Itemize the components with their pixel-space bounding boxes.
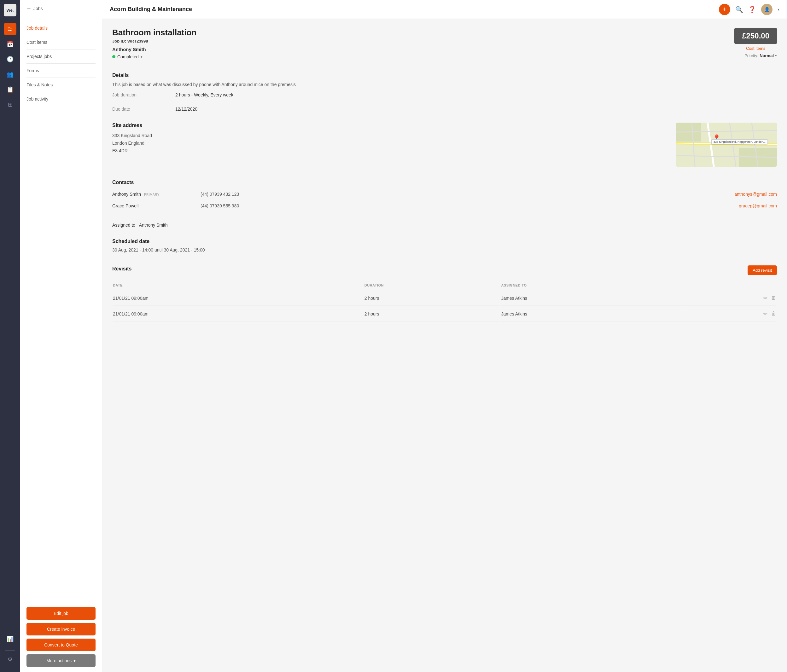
delete-revisit-icon-1[interactable]: 🗑 bbox=[771, 311, 776, 317]
nav-icon-clock[interactable]: 🕐 bbox=[4, 53, 16, 66]
revisit-duration-1: 2 hours bbox=[365, 306, 501, 322]
revisits-section: Revisits Add revisit DATE DURATION ASSIG… bbox=[112, 259, 777, 328]
edit-revisit-icon-1[interactable]: ✏ bbox=[763, 311, 768, 317]
assigned-row: Assigned to Anthony Smith bbox=[112, 218, 777, 232]
sidebar-header: ← Jobs bbox=[20, 0, 102, 17]
revisit-date-0: 21/01/21 09:00am bbox=[113, 290, 364, 306]
address-text: 333 Kingsland Road London England E8 4DR bbox=[112, 132, 668, 155]
address-line2: London England bbox=[112, 140, 668, 147]
add-revisit-button[interactable]: Add revisit bbox=[747, 265, 777, 275]
sidebar-item-forms[interactable]: Forms bbox=[20, 65, 102, 76]
details-title: Details bbox=[112, 73, 777, 78]
contact-email-1[interactable]: gracep@gmail.com bbox=[739, 203, 777, 208]
sidebar-item-projects-jobs[interactable]: Projects jobs bbox=[20, 51, 102, 62]
nav-icon-document[interactable]: 📋 bbox=[4, 83, 16, 96]
scheduled-text: 30 Aug, 2021 - 14:00 until 30 Aug, 2021 … bbox=[112, 248, 777, 252]
address-line3: E8 4DR bbox=[112, 147, 668, 155]
due-date-label: Due date bbox=[112, 107, 175, 112]
priority-row: Priority: Normal ▾ bbox=[734, 53, 777, 58]
revisit-action-group-0: ✏ 🗑 bbox=[685, 295, 776, 301]
contact-name-label-0: Anthony Smith bbox=[112, 192, 141, 197]
sidebar: ← Jobs Job details Cost items Projects j… bbox=[20, 0, 102, 672]
map-roads-svg bbox=[676, 123, 777, 167]
revisit-date-1: 21/01/21 09:00am bbox=[113, 306, 364, 322]
help-icon[interactable]: ❓ bbox=[748, 6, 756, 13]
sidebar-nav: Job details Cost items Projects jobs For… bbox=[20, 17, 102, 602]
back-label: Jobs bbox=[33, 6, 43, 11]
sidebar-item-cost-items[interactable]: Cost items bbox=[20, 36, 102, 48]
revisit-actions-1: ✏ 🗑 bbox=[685, 306, 776, 322]
sidebar-item-job-activity[interactable]: Job activity bbox=[20, 93, 102, 105]
revisits-table-header: DATE DURATION ASSIGNED TO bbox=[113, 281, 776, 290]
job-title-block: Bathroom installation Job ID: WRT23998 A… bbox=[112, 28, 196, 60]
avatar-chevron-icon[interactable]: ▾ bbox=[778, 7, 779, 12]
nav-divider-1 bbox=[27, 35, 96, 35]
revisit-assigned-0: James Atkins bbox=[501, 290, 684, 306]
priority-chevron-icon[interactable]: ▾ bbox=[775, 54, 777, 58]
nav-divider-3 bbox=[27, 63, 96, 64]
contact-name-label-1: Grace Powell bbox=[112, 203, 138, 208]
sidebar-item-job-details[interactable]: Job details bbox=[20, 22, 102, 34]
content-area: Bathroom installation Job ID: WRT23998 A… bbox=[102, 19, 787, 672]
create-invoice-button[interactable]: Create invoice bbox=[27, 623, 96, 636]
contact-email-0[interactable]: anthonys@gmail.com bbox=[734, 192, 777, 197]
app-logo: We. bbox=[4, 4, 16, 16]
avatar[interactable]: 👤 bbox=[761, 4, 773, 15]
col-duration: DURATION bbox=[365, 281, 501, 290]
nav-divider-4 bbox=[27, 77, 96, 78]
job-duration-label: Job duration bbox=[112, 92, 175, 98]
more-actions-button[interactable]: More actions ▾ bbox=[27, 655, 96, 667]
revisits-table: DATE DURATION ASSIGNED TO 21/01/21 09:00… bbox=[112, 280, 777, 322]
due-date-value: 12/12/2020 bbox=[175, 107, 198, 112]
nav-icon-table[interactable]: ⊞ bbox=[4, 98, 16, 111]
priority-value: Normal bbox=[760, 53, 774, 58]
contact-row-1: Grace Powell (44) 07939 555 980 gracep@g… bbox=[112, 200, 777, 211]
revisit-action-group-1: ✏ 🗑 bbox=[685, 311, 776, 317]
map-popup-label: 333 Kingsland Rd, Haggerston, London... bbox=[711, 139, 768, 144]
job-client: Anthony Smith bbox=[112, 47, 196, 52]
nav-icon-people[interactable]: 👥 bbox=[4, 68, 16, 81]
sidebar-item-files-notes[interactable]: Files & Notes bbox=[20, 79, 102, 90]
site-section: Site address 333 Kingsland Road London E… bbox=[112, 116, 777, 174]
convert-to-quote-button[interactable]: Convert to Quote bbox=[27, 639, 96, 651]
nav-icon-settings[interactable]: ⚙ bbox=[4, 653, 16, 666]
scheduled-start: 30 Aug, 2021 - 14:00 bbox=[112, 248, 153, 252]
edit-revisit-icon-0[interactable]: ✏ bbox=[763, 295, 768, 301]
top-header: Acorn Building & Maintenance + 🔍 ❓ 👤 ▾ bbox=[102, 0, 787, 19]
scheduled-until: until bbox=[155, 248, 164, 252]
priority-label: Priority: bbox=[744, 53, 758, 58]
revisit-assigned-1: James Atkins bbox=[501, 306, 684, 322]
nav-icon-calendar[interactable]: 📅 bbox=[4, 38, 16, 50]
status-badge[interactable]: Completed ▾ bbox=[112, 54, 142, 59]
more-actions-chevron-icon: ▾ bbox=[73, 658, 76, 663]
delete-revisit-icon-0[interactable]: 🗑 bbox=[771, 295, 776, 301]
search-icon[interactable]: 🔍 bbox=[735, 6, 743, 13]
col-actions bbox=[685, 281, 776, 290]
contact-row-0: Anthony Smith PRIMARY (44) 07939 432 123… bbox=[112, 188, 777, 200]
job-duration-value: 2 hours - Weekly, Every week bbox=[175, 92, 233, 98]
contact-phone-0: (44) 07939 432 123 bbox=[201, 192, 734, 197]
back-arrow-icon: ← bbox=[27, 6, 32, 11]
nav-icon-chart[interactable]: 📊 bbox=[4, 633, 16, 645]
contacts-section: Contacts Anthony Smith PRIMARY (44) 0793… bbox=[112, 174, 777, 218]
status-dot-icon bbox=[112, 55, 115, 58]
back-to-jobs-link[interactable]: ← Jobs bbox=[27, 6, 43, 11]
contact-name-0: Anthony Smith PRIMARY bbox=[112, 192, 201, 197]
scheduled-end: 30 Aug, 2021 - 15:00 bbox=[164, 248, 205, 252]
contact-name-1: Grace Powell bbox=[112, 203, 201, 208]
map-placeholder: 📍 333 Kingsland Rd, Haggerston, London..… bbox=[676, 123, 777, 167]
job-duration-row: Job duration 2 hours - Weekly, Every wee… bbox=[112, 88, 777, 102]
add-button[interactable]: + bbox=[719, 4, 730, 15]
company-name: Acorn Building & Maintenance bbox=[110, 6, 719, 13]
revisits-header: Revisits Add revisit bbox=[112, 265, 777, 275]
revisits-title: Revisits bbox=[112, 266, 131, 272]
more-actions-label: More actions bbox=[46, 658, 71, 663]
nav-divider bbox=[5, 630, 15, 630]
col-date: DATE bbox=[113, 281, 364, 290]
revisits-table-body: 21/01/21 09:00am 2 hours James Atkins ✏ … bbox=[113, 290, 776, 322]
cost-items-link[interactable]: Cost items bbox=[734, 46, 777, 51]
nav-icon-briefcase[interactable]: 🗂 bbox=[4, 23, 16, 35]
map-inner: 📍 333 Kingsland Rd, Haggerston, London..… bbox=[676, 123, 777, 167]
edit-job-button[interactable]: Edit job bbox=[27, 607, 96, 620]
assigned-to-value: Anthony Smith bbox=[139, 222, 168, 227]
